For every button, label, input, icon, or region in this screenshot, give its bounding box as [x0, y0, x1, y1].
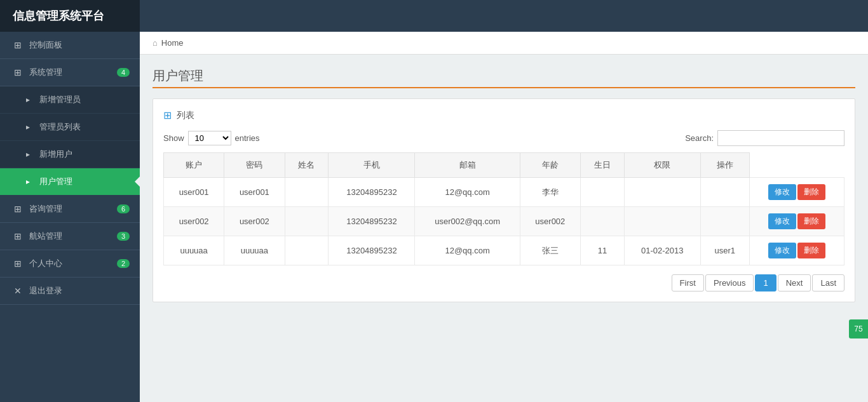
home-icon: ⌂: [153, 38, 158, 48]
logout-icon: ✕: [13, 286, 23, 296]
system-mgmt-badge: 4: [117, 68, 130, 77]
table-section-title: 列表: [177, 110, 194, 121]
sidebar: 信息管理系统平台 ⊞ 控制面板 ⊞ 系统管理 4 ▸ 新增管理员 ▸ 管理员列表…: [0, 0, 140, 402]
user-mgmt-icon: ▸: [23, 177, 33, 186]
table-cell: [624, 207, 700, 236]
sidebar-label-add-user: 新增用户: [39, 149, 72, 160]
table-row: user002user00213204895232user002@qq.comu…: [164, 207, 844, 236]
sidebar-item-system-mgmt[interactable]: ⊞ 系统管理 4: [0, 59, 140, 86]
page-content: 用户管理 ⊞ 列表 Show 102550100 entries: [140, 55, 868, 315]
col-age: 年龄: [520, 153, 580, 178]
table-cell: uuuuaa: [164, 236, 224, 265]
edit-button[interactable]: 修改: [768, 213, 796, 229]
grid-icon: ⊞: [163, 109, 172, 121]
floating-button[interactable]: 75: [849, 319, 868, 338]
action-cell: 修改删除: [749, 178, 844, 207]
sidebar-item-logout[interactable]: ✕ 退出登录: [0, 278, 140, 305]
table-header-row: 账户 密码 姓名 手机 邮箱 年龄 生日 权限 操作: [164, 153, 844, 178]
delete-button[interactable]: 删除: [797, 213, 825, 229]
sidebar-item-user-mgmt[interactable]: ▸ 用户管理: [0, 168, 140, 196]
table-cell: user001: [164, 178, 224, 207]
col-password: 密码: [224, 153, 285, 178]
table-cell: 11: [580, 236, 624, 265]
pagination: First Previous 1 Next Last: [163, 274, 844, 291]
breadcrumb: ⌂ Home: [140, 32, 868, 55]
search-label: Search:: [685, 133, 714, 143]
sidebar-label-dashboard: 控制面板: [29, 39, 62, 51]
add-user-icon: ▸: [23, 150, 33, 159]
main-content: ⌂ Home 用户管理 ⊞ 列表 Show 102550100 entri: [140, 0, 868, 402]
pagination-last[interactable]: Last: [812, 274, 844, 291]
edit-button[interactable]: 修改: [768, 184, 796, 200]
search-box: Search:: [685, 130, 844, 146]
table-cell: 13204895232: [329, 207, 415, 236]
table-cell: 李华: [520, 178, 580, 207]
dashboard-icon: ⊞: [13, 40, 23, 50]
table-body: user001user0011320489523212@qq.com李华修改删除…: [164, 178, 844, 265]
action-cell: 修改删除: [749, 236, 844, 265]
table-cell: [285, 178, 329, 207]
table-cell: [700, 178, 749, 207]
sidebar-item-add-admin[interactable]: ▸ 新增管理员: [0, 86, 140, 114]
site-mgmt-badge: 3: [117, 232, 130, 241]
show-label: Show: [163, 133, 184, 143]
consult-icon: ⊞: [13, 204, 23, 214]
col-name: 姓名: [285, 153, 329, 178]
col-email: 邮箱: [415, 153, 520, 178]
col-permission: 权限: [624, 153, 700, 178]
table-cell: 01-02-2013: [624, 236, 700, 265]
topbar: [140, 0, 868, 32]
delete-button[interactable]: 删除: [797, 243, 825, 258]
action-cell: 修改删除: [749, 207, 844, 236]
col-account: 账户: [164, 153, 224, 178]
sidebar-item-admin-list[interactable]: ▸ 管理员列表: [0, 114, 140, 141]
sidebar-item-site-mgmt[interactable]: ⊞ 航站管理 3: [0, 223, 140, 250]
table-cell: [580, 178, 624, 207]
table-cell: [624, 178, 700, 207]
sidebar-item-consult-mgmt[interactable]: ⊞ 咨询管理 6: [0, 196, 140, 223]
table-cell: [285, 236, 329, 265]
table-card: ⊞ 列表 Show 102550100 entries Search:: [153, 98, 855, 302]
table-cell: user002: [520, 207, 580, 236]
entries-select[interactable]: 102550100: [188, 131, 231, 145]
sidebar-label-consult-mgmt: 咨询管理: [29, 203, 62, 215]
sidebar-item-personal-center[interactable]: ⊞ 个人中心 2: [0, 250, 140, 278]
page-title: 用户管理: [153, 67, 855, 84]
table-row: uuuuaauuuuaa1320489523212@qq.com张三1101-0…: [164, 236, 844, 265]
table-cell: 12@qq.com: [415, 178, 520, 207]
sidebar-sub-system: ▸ 新增管理员 ▸ 管理员列表 ▸ 新增用户 ▸ 用户管理: [0, 86, 140, 196]
site-icon: ⊞: [13, 231, 23, 241]
pagination-first[interactable]: First: [672, 274, 704, 291]
table-cell: 13204895232: [329, 178, 415, 207]
search-input[interactable]: [717, 130, 844, 146]
sidebar-label-user-mgmt: 用户管理: [39, 176, 72, 187]
table-cell: user002@qq.com: [415, 207, 520, 236]
delete-button[interactable]: 删除: [797, 184, 825, 200]
pagination-next[interactable]: Next: [778, 274, 811, 291]
table-cell: user001: [224, 178, 285, 207]
system-icon: ⊞: [13, 67, 23, 77]
breadcrumb-home: Home: [161, 38, 184, 48]
table-cell: [285, 207, 329, 236]
sidebar-item-add-user[interactable]: ▸ 新增用户: [0, 141, 140, 168]
sidebar-label-add-admin: 新增管理员: [39, 94, 81, 105]
title-divider: [153, 87, 855, 88]
show-entries: Show 102550100 entries: [163, 131, 260, 145]
col-action: 操作: [700, 153, 749, 178]
sidebar-label-personal-center: 个人中心: [29, 258, 62, 269]
edit-button[interactable]: 修改: [768, 243, 796, 258]
table-cell: 12@qq.com: [415, 236, 520, 265]
personal-center-badge: 2: [117, 259, 130, 268]
sidebar-label-logout: 退出登录: [29, 285, 62, 297]
consult-mgmt-badge: 6: [117, 204, 130, 213]
table-header: ⊞ 列表: [163, 109, 844, 121]
add-admin-icon: ▸: [23, 95, 33, 104]
col-birthday: 生日: [580, 153, 624, 178]
app-title: 信息管理系统平台: [0, 0, 140, 32]
pagination-previous[interactable]: Previous: [705, 274, 754, 291]
pagination-current[interactable]: 1: [755, 274, 776, 291]
admin-list-icon: ▸: [23, 123, 33, 131]
col-phone: 手机: [329, 153, 415, 178]
personal-icon: ⊞: [13, 258, 23, 269]
sidebar-item-dashboard[interactable]: ⊞ 控制面板: [0, 32, 140, 59]
